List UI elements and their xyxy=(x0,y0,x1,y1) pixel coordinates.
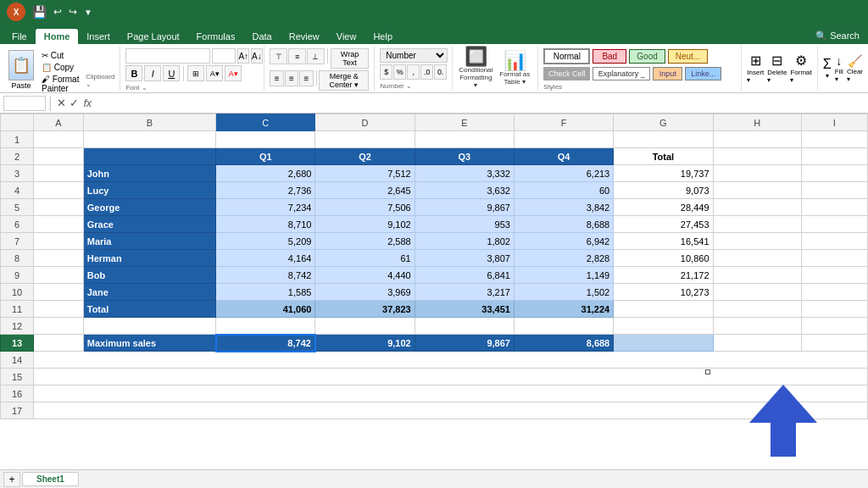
row-header-15[interactable]: 15 xyxy=(1,369,34,385)
col-header-f[interactable]: F xyxy=(514,114,613,131)
cell-b9[interactable]: Bob xyxy=(83,267,215,284)
align-bottom-button[interactable]: ⊥ xyxy=(307,48,325,64)
cell-c7[interactable]: 5,209 xyxy=(216,233,315,250)
col-header-c[interactable]: C xyxy=(216,114,315,131)
tab-home[interactable]: Home xyxy=(36,29,79,44)
cell-h6[interactable] xyxy=(713,216,801,233)
office-button[interactable]: X xyxy=(7,3,25,21)
align-top-button[interactable]: ⊤ xyxy=(270,48,287,64)
cell-i4[interactable] xyxy=(801,182,867,199)
cell-g7[interactable]: 16,541 xyxy=(614,233,713,250)
cell-d3[interactable]: 7,512 xyxy=(315,165,415,182)
col-header-g[interactable]: G xyxy=(614,114,713,131)
cell-h4[interactable] xyxy=(713,182,801,199)
style-check-cell[interactable]: Check Cell xyxy=(543,67,590,80)
style-good[interactable]: Good xyxy=(629,49,665,64)
cell-b5[interactable]: George xyxy=(83,199,215,216)
cell-b2[interactable] xyxy=(83,148,215,165)
cell-b1[interactable] xyxy=(83,131,215,148)
cell-i13[interactable] xyxy=(801,335,867,352)
cell-f12[interactable] xyxy=(514,318,613,335)
cell-c6[interactable]: 8,710 xyxy=(216,216,315,233)
align-middle-button[interactable]: ≡ xyxy=(288,48,306,64)
cell-e13[interactable]: 9,867 xyxy=(415,335,514,352)
cell-b12[interactable] xyxy=(83,318,215,335)
cell-h8[interactable] xyxy=(713,250,801,267)
cell-b13[interactable]: Maximum sales xyxy=(83,335,215,352)
cell-b7[interactable]: Maria xyxy=(83,233,215,250)
cell-c3[interactable]: 2,680 xyxy=(216,165,315,182)
quick-save[interactable]: 💾 xyxy=(32,5,47,19)
cell-a5[interactable] xyxy=(34,199,84,216)
cell-f13[interactable]: 8,688 xyxy=(514,335,613,352)
cell-b4[interactable]: Lucy xyxy=(83,182,215,199)
cell-h12[interactable] xyxy=(713,318,801,335)
cell-h11[interactable] xyxy=(713,301,801,318)
cell-c4[interactable]: 2,736 xyxy=(216,182,315,199)
cell-d8[interactable]: 61 xyxy=(315,250,415,267)
cell-g2[interactable]: Total xyxy=(614,148,713,165)
cell-i7[interactable] xyxy=(801,233,867,250)
cell-h13[interactable] xyxy=(713,335,801,352)
row-header-3[interactable]: 3 xyxy=(1,165,34,182)
clear-button[interactable]: 🧹 Clear ▾ xyxy=(847,54,863,83)
cell-g6[interactable]: 27,453 xyxy=(614,216,713,233)
align-right-button[interactable]: ≡ xyxy=(299,70,313,86)
cell-a1[interactable] xyxy=(34,131,84,148)
sum-button[interactable]: Σ ▾ xyxy=(823,57,832,80)
cell-f6[interactable]: 8,688 xyxy=(514,216,613,233)
confirm-formula-icon[interactable]: ✓ xyxy=(70,97,79,109)
cell-i5[interactable] xyxy=(801,199,867,216)
cell-f8[interactable]: 2,828 xyxy=(514,250,613,267)
bold-button[interactable]: B xyxy=(125,65,142,81)
cell-f4[interactable]: 60 xyxy=(514,182,613,199)
style-neutral[interactable]: Neut... xyxy=(668,49,708,64)
sheet-tab-1[interactable]: Sheet1 xyxy=(22,472,79,486)
cell-e4[interactable]: 3,632 xyxy=(415,182,514,199)
cell-i3[interactable] xyxy=(801,165,867,182)
cell-a13[interactable] xyxy=(34,335,84,352)
cell-f10[interactable]: 1,502 xyxy=(514,284,613,301)
cell-e7[interactable]: 1,802 xyxy=(415,233,514,250)
new-sheet-button[interactable]: + xyxy=(3,472,20,487)
delete-cells-button[interactable]: ⊟ Delete ▾ xyxy=(767,53,787,84)
row-header-9[interactable]: 9 xyxy=(1,267,34,284)
cell-c13[interactable]: 8,742 xyxy=(216,335,315,352)
cell-d11[interactable]: 37,823 xyxy=(315,301,415,318)
cell-g1[interactable] xyxy=(614,131,713,148)
cell-i10[interactable] xyxy=(801,284,867,301)
cell-g13[interactable] xyxy=(614,335,713,352)
font-name-input[interactable]: Franklin Gothic Me xyxy=(125,48,210,64)
format-painter-button[interactable]: 🖌 Format Painter xyxy=(40,74,83,93)
tab-help[interactable]: Help xyxy=(364,29,401,44)
row-header-13[interactable]: 13 xyxy=(1,335,34,352)
cell-a3[interactable] xyxy=(34,165,84,182)
cell-c1[interactable] xyxy=(216,131,315,148)
fill-button[interactable]: ↓ Fill ▾ xyxy=(835,54,843,83)
cell-c12[interactable] xyxy=(216,318,315,335)
border-button[interactable]: ⊞ xyxy=(187,65,204,81)
cell-a7[interactable] xyxy=(34,233,84,250)
cell-g11[interactable] xyxy=(614,301,713,318)
fill-color-button[interactable]: A▾ xyxy=(206,65,223,81)
copy-button[interactable]: 📋 Copy xyxy=(40,62,83,73)
cell-c11[interactable]: 41,060 xyxy=(216,301,315,318)
wrap-text-button[interactable]: Wrap Text xyxy=(331,48,370,69)
cell-i9[interactable] xyxy=(801,267,867,284)
row-header-11[interactable]: 11 xyxy=(1,301,34,318)
tab-data[interactable]: Data xyxy=(243,29,280,44)
cell-e12[interactable] xyxy=(415,318,514,335)
percent-button[interactable]: % xyxy=(393,64,406,80)
cell-a11[interactable] xyxy=(34,301,84,318)
cell-a12[interactable] xyxy=(34,318,84,335)
cell-i11[interactable] xyxy=(801,301,867,318)
decrease-decimal-button[interactable]: 0. xyxy=(434,64,447,80)
cell-f11[interactable]: 31,224 xyxy=(514,301,613,318)
style-input[interactable]: Input xyxy=(653,67,682,80)
format-cells-button[interactable]: ⚙ Format ▾ xyxy=(790,53,811,84)
conditional-formatting-button[interactable]: 🔲 ConditionalFormatting ▾ xyxy=(458,47,493,89)
row-header-8[interactable]: 8 xyxy=(1,250,34,267)
cell-h7[interactable] xyxy=(713,233,801,250)
cell-c9[interactable]: 8,742 xyxy=(216,267,315,284)
cut-button[interactable]: ✂ Cut xyxy=(40,50,83,61)
